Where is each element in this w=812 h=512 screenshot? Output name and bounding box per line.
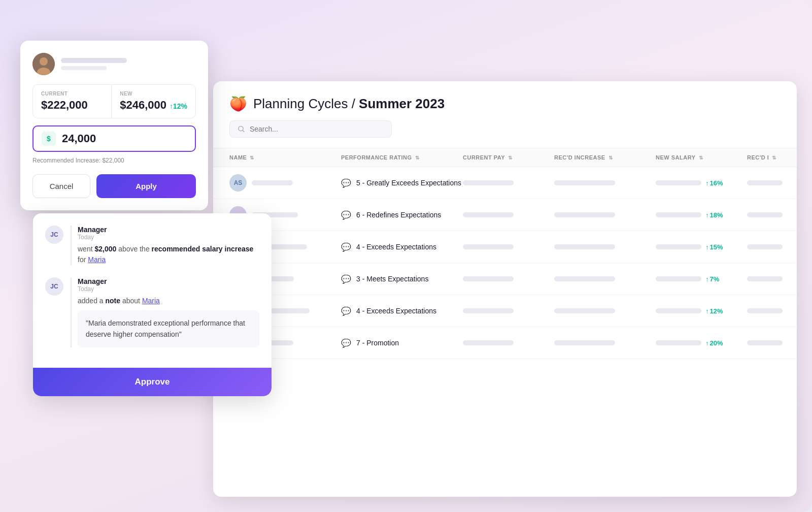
recd-i-cell [747,212,797,217]
table-row[interactable]: 💬 3 - Meets Expectations ↑7% [213,263,797,295]
recd-i-skeleton [747,244,783,249]
new-salary-skeleton [656,180,701,185]
performance-value: 7 - Promotion [356,339,399,347]
salary-new-row: $246,000 ↑12% [120,99,187,112]
table-row[interactable]: 💬 4 - Exceeds Expectations ↑12% [213,295,797,327]
current-pay-skeleton [463,212,514,217]
recd-increase-cell [554,180,656,185]
apply-button[interactable]: Apply [96,174,196,198]
pct-badge: ↑20% [705,339,723,347]
activity-text-1: went $2,000 above the recommended salary… [78,244,259,265]
current-pay-cell [463,180,554,185]
recd-i-skeleton [747,212,783,217]
message-icon[interactable]: 💬 [341,178,351,188]
message-icon[interactable]: 💬 [341,338,351,348]
activity-time-1: Today [78,234,259,241]
salary-col-current: CURRENT $222,000 [33,85,112,118]
col-header-performance: PERFORMANCE RATING ⇅ [341,154,463,161]
salary-input-row[interactable]: $ 24,000 [32,125,196,152]
filter-icon-name[interactable]: ⇅ [250,155,254,161]
cancel-button[interactable]: Cancel [32,174,90,198]
table-row[interactable]: 💬 4 - Exceeds Expectations ↑15% [213,231,797,263]
svg-point-3 [40,57,48,66]
salary-card-header [32,53,196,75]
salary-row: CURRENT $222,000 NEW $246,000 ↑12% [32,84,196,118]
table-body: AS 💬 5 - Greatly Exceeds Expectations ↑1… [213,167,797,359]
filter-icon-recd-increase[interactable]: ⇅ [608,155,613,161]
message-icon[interactable]: 💬 [341,210,351,220]
current-pay-cell [463,244,554,249]
svg-line-1 [243,131,244,132]
performance-cell: 💬 5 - Greatly Exceeds Expectations [341,178,463,188]
table-row[interactable]: 💬 7 - Promotion ↑20% [213,327,797,359]
salary-new-amount: $246,000 [120,99,166,112]
recd-increase-cell [554,244,656,249]
recd-increase-skeleton [554,340,615,345]
message-icon[interactable]: 💬 [341,242,351,252]
recd-i-cell [747,244,797,249]
message-icon[interactable]: 💬 [341,274,351,284]
col-header-current-pay: CURRENT PAY ⇅ [463,154,554,161]
row-avatar: AS [229,174,247,191]
activity-author-1: Manager [78,226,259,234]
recd-i-skeleton [747,308,783,313]
performance-cell: 💬 3 - Meets Expectations [341,274,463,284]
recd-increase-skeleton [554,244,615,249]
header-text-block [61,58,127,70]
dollar-icon: $ [42,132,56,146]
filter-icon-current-pay[interactable]: ⇅ [508,155,513,161]
maria-link-1[interactable]: Maria [88,255,106,264]
approve-button[interactable]: Approve [33,368,272,396]
recd-i-cell [747,340,797,345]
pct-badge: ↑15% [705,243,723,251]
pct-badge: ↑7% [705,275,719,283]
activity-avatar-2: JC [45,277,63,296]
filter-icon-performance[interactable]: ⇅ [415,155,420,161]
message-icon[interactable]: 💬 [341,306,351,316]
performance-value: 3 - Meets Expectations [356,275,428,283]
new-salary-cell: ↑20% [656,339,747,347]
name-cell: AS [229,174,341,191]
name-skeleton [252,180,293,185]
activity-text-2: added a note about Maria [78,296,259,306]
current-pay-skeleton [463,244,514,249]
current-pay-cell [463,212,554,217]
filter-icon-recd-i[interactable]: ⇅ [772,155,776,161]
new-salary-skeleton [656,244,701,249]
search-input[interactable] [250,125,383,133]
new-salary-skeleton [656,308,701,313]
maria-link-2[interactable]: Maria [142,297,160,305]
recd-i-cell [747,276,797,281]
search-bar[interactable] [229,120,392,138]
table-header: NAME ⇅ PERFORMANCE RATING ⇅ CURRENT PAY … [213,148,797,167]
recd-increase-skeleton [554,180,615,185]
current-pay-cell [463,276,554,281]
performance-value: 6 - Redefines Expectations [356,211,441,219]
current-pay-skeleton [463,276,514,281]
filter-icon-new-salary[interactable]: ⇅ [699,155,703,161]
current-pay-cell [463,308,554,313]
salary-input-value[interactable]: 24,000 [62,132,96,145]
recommended-text: Recommended Increase: $22,000 [32,157,196,164]
recd-increase-skeleton [554,212,615,217]
performance-cell: 💬 4 - Exceeds Expectations [341,306,463,316]
salary-col-new: NEW $246,000 ↑12% [112,85,195,118]
activity-card: JC Manager Today went $2,000 above the r… [33,213,272,396]
activity-time-2: Today [78,285,259,293]
new-salary-cell: ↑12% [656,307,747,315]
recd-i-cell [747,180,797,185]
panel-title: 🍑 Planning Cycles / Summer 2023 [229,95,781,112]
salary-current-label: CURRENT [41,91,103,97]
activity-item-2: JC Manager Today added a note about Mari… [45,277,259,347]
col-header-recd-i: REC'D I ⇅ [747,154,797,161]
recd-increase-skeleton [554,276,615,281]
new-salary-cell: ↑18% [656,211,747,219]
card-actions: Cancel Apply [32,174,196,198]
performance-cell: 💬 6 - Redefines Expectations [341,210,463,220]
salary-card: CURRENT $222,000 NEW $246,000 ↑12% $ 24,… [20,41,208,210]
new-salary-cell: ↑7% [656,275,747,283]
table-row[interactable]: AS 💬 5 - Greatly Exceeds Expectations ↑1… [213,167,797,199]
table-row[interactable]: 💬 6 - Redefines Expectations ↑18% [213,199,797,231]
recd-increase-cell [554,340,656,345]
current-pay-skeleton [463,340,514,345]
